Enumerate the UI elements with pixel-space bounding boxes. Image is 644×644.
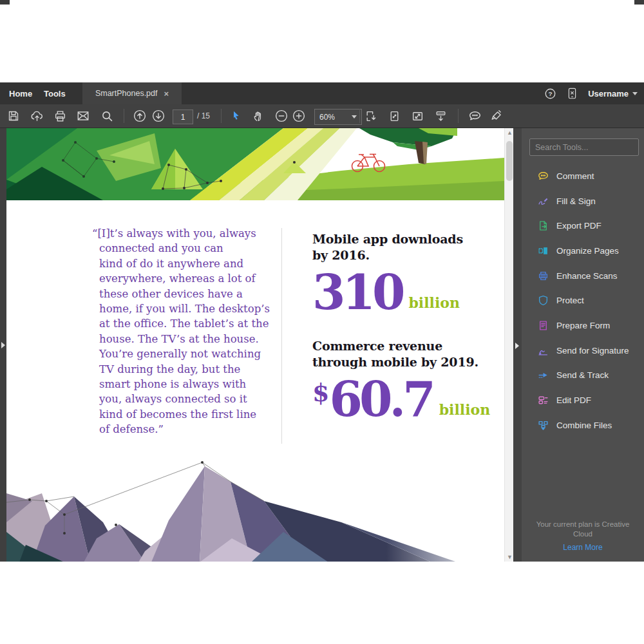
fit-page-button[interactable] [385,107,403,125]
hand-icon [252,109,265,123]
stat-block-downloads: Mobile app downloads by 2016. 310 billio… [312,231,504,314]
zoom-level-dropdown[interactable]: 60% [314,109,362,125]
zoom-level-value: 60% [319,113,335,122]
sidebar-tool-label: Protect [556,296,584,305]
sidebar-tool-item[interactable]: Fill & Sign [522,189,644,214]
sidebar-tool-label: Enhance Scans [556,271,618,281]
page-number-input[interactable] [173,109,193,124]
comment-tool-button[interactable] [466,107,484,125]
next-page-button[interactable] [149,107,167,125]
left-panel-strip[interactable] [0,128,6,562]
document-tab[interactable]: SmartPhones.pdf × [82,82,182,104]
edit-pdf-icon [537,394,549,406]
send-signature-icon [537,345,549,357]
sidebar-tool-label: Combine Files [556,421,612,430]
stat-value: 310 [312,272,402,314]
scrollbar-thumb[interactable] [506,141,513,181]
photo-corner-mark [634,0,644,5]
sidebar-tool-label: Fill & Sign [556,196,596,206]
expand-left-panel-icon[interactable] [1,342,5,348]
green-landscape-artwork [6,128,504,200]
zoom-in-button[interactable] [290,107,308,125]
save-icon [7,109,20,122]
sidebar-tool-label: Send for Signature [556,346,629,355]
enhance-scans-icon [537,270,549,282]
full-screen-button[interactable] [408,107,426,125]
envelope-icon [76,109,90,123]
zoom-out-button[interactable] [272,107,290,125]
toolbar-divider [458,109,459,123]
username-label: Username [588,89,629,99]
photo-corner-mark [0,0,10,5]
page-scrolling-icon [365,109,378,123]
acrobat-window: Home Tools SmartPhones.pdf × ? [0,82,644,562]
cursor-arrow-icon [229,109,242,122]
sidebar-tool-item[interactable]: Edit PDF [522,388,644,413]
tab-tools-label: Tools [44,89,66,99]
page-up-icon [133,109,147,123]
sidebar-tool-label: Comment [556,171,594,181]
sidebar-tool-item[interactable]: Protect [522,288,644,313]
stat-block-revenue: Commerce revenue through mobile by 2019.… [312,338,504,421]
mobile-link-button[interactable] [567,87,578,100]
pdf-page: “[I]t’s always with you, always connecte… [6,128,504,562]
sidebar-tool-item[interactable]: Comment [522,164,644,189]
currency-symbol: $ [312,381,329,405]
select-tool-button[interactable] [227,107,245,125]
page-count-label: / 15 [197,111,210,120]
tab-home[interactable]: Home [9,82,32,104]
toolbar-divider [359,109,360,123]
sidebar-tool-item[interactable]: Organize Pages [522,238,644,263]
highlight-tool-button[interactable] [488,107,506,125]
fullscreen-icon [411,109,424,123]
tools-panel: Comment Fill & Sign Export PDF Organize … [522,128,644,562]
share-cloud-button[interactable] [28,107,46,125]
email-button[interactable] [74,107,92,125]
collapse-right-panel-icon[interactable] [515,343,519,349]
prepare-form-icon [537,319,549,332]
zoom-in-icon [292,109,306,123]
column-divider [281,228,282,444]
stat-value: 60.7 [329,379,432,421]
username-menu[interactable]: Username [588,89,638,99]
help-button[interactable]: ? [544,88,556,100]
stat-unit: billion [439,401,490,421]
scrolling-mode-button[interactable] [362,107,380,125]
toolbar-divider [221,109,222,123]
tab-tools[interactable]: Tools [44,82,66,104]
cloud-upload-icon [30,109,44,123]
highlighter-icon [489,109,504,123]
search-tools-input[interactable] [529,138,639,156]
save-button[interactable] [5,107,23,125]
chevron-down-icon [352,115,357,118]
sidebar-tool-item[interactable]: Send & Track [522,363,644,388]
previous-page-button[interactable] [131,107,149,125]
sidebar-tool-item[interactable]: Send for Signature [522,338,644,363]
find-button[interactable] [98,107,116,125]
vertical-scrollbar[interactable]: ▲ ▼ [504,128,514,562]
comment-icon [537,170,549,182]
scroll-down-icon[interactable]: ▼ [507,554,512,560]
sidebar-tool-item[interactable]: Prepare Form [522,313,644,338]
scroll-up-icon[interactable]: ▲ [507,130,512,135]
right-panel-strip[interactable] [513,128,522,562]
fill-sign-icon [537,195,549,207]
screenshot-root: Home Tools SmartPhones.pdf × ? [0,0,644,644]
print-button[interactable] [51,107,69,125]
mobile-device-icon [567,87,578,100]
tab-bar: Home Tools SmartPhones.pdf × ? [0,82,644,104]
chevron-down-icon [632,92,638,95]
sidebar-tool-label: Export PDF [556,221,601,231]
sidebar-tool-label: Prepare Form [556,321,610,330]
purple-mountains-artwork [6,461,504,562]
learn-more-link[interactable]: Learn More [522,543,644,552]
fit-page-icon [388,109,401,123]
hand-tool-button[interactable] [249,107,267,125]
fit-width-button[interactable] [431,107,450,125]
help-icon: ? [544,88,556,100]
sidebar-tool-item[interactable]: Enhance Scans [522,263,644,289]
close-tab-icon[interactable]: × [164,90,169,98]
sidebar-tool-item[interactable]: Export PDF [522,213,644,238]
combine-files-icon [537,419,549,431]
sidebar-tool-item[interactable]: Combine Files [522,413,644,438]
